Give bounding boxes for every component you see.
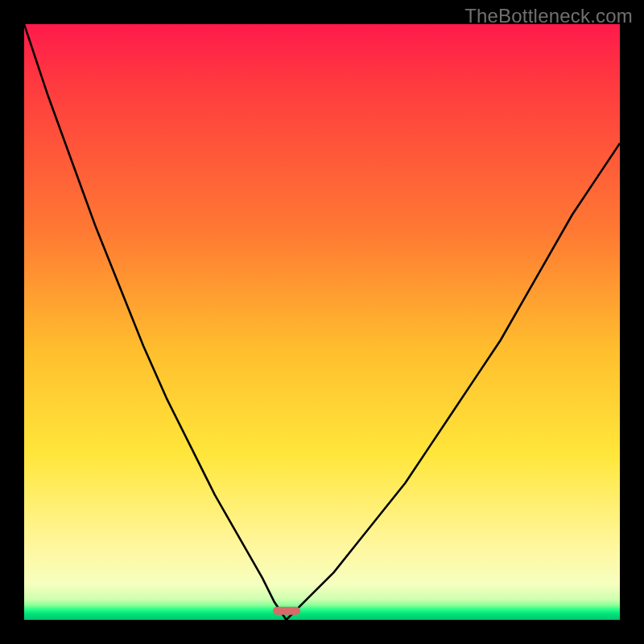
right-curve-path (287, 143, 620, 620)
bottleneck-curve (24, 24, 620, 620)
chart-frame (24, 24, 620, 620)
left-curve-path (24, 24, 287, 620)
watermark-text: TheBottleneck.com (464, 5, 633, 27)
vertex-marker (273, 607, 300, 615)
